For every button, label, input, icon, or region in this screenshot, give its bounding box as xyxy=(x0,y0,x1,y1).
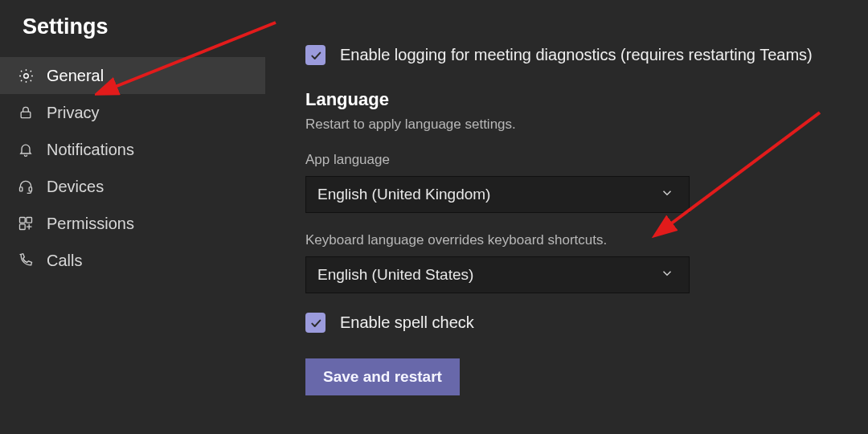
sidebar-item-label: Privacy xyxy=(47,104,100,122)
app-language-label: App language xyxy=(305,152,852,168)
svg-rect-6 xyxy=(20,224,26,230)
sidebar-item-label: Notifications xyxy=(47,141,134,159)
spellcheck-checkbox[interactable] xyxy=(305,313,326,333)
app-language-select[interactable]: English (United Kingdom) xyxy=(305,176,690,213)
sidebar-item-permissions[interactable]: Permissions xyxy=(0,205,265,242)
svg-rect-3 xyxy=(29,187,31,191)
app-language-value: English (United Kingdom) xyxy=(317,186,490,203)
language-hint: Restart to apply language settings. xyxy=(305,117,852,133)
sidebar-item-privacy[interactable]: Privacy xyxy=(0,94,265,131)
settings-nav: General Privacy Notifi xyxy=(0,57,265,279)
sidebar-item-label: General xyxy=(47,67,104,85)
sidebar-item-label: Calls xyxy=(47,252,82,270)
gear-icon xyxy=(16,66,35,85)
sidebar-item-label: Permissions xyxy=(47,215,134,233)
svg-rect-1 xyxy=(21,112,31,118)
sidebar-item-label: Devices xyxy=(47,178,104,196)
language-section-title: Language xyxy=(305,89,852,110)
spellcheck-label: Enable spell check xyxy=(340,313,474,332)
keyboard-language-value: English (United States) xyxy=(317,266,473,284)
headset-icon xyxy=(16,177,35,196)
save-restart-button[interactable]: Save and restart xyxy=(305,358,460,395)
sidebar-item-devices[interactable]: Devices xyxy=(0,168,265,205)
lock-icon xyxy=(16,103,35,122)
settings-content: Enable logging for meeting diagnostics (… xyxy=(265,0,868,434)
phone-icon xyxy=(16,251,35,270)
sidebar-item-notifications[interactable]: Notifications xyxy=(0,131,265,168)
svg-rect-4 xyxy=(20,218,26,223)
apps-icon xyxy=(16,214,35,233)
page-title: Settings xyxy=(0,11,265,57)
svg-rect-2 xyxy=(20,187,23,191)
svg-rect-5 xyxy=(27,218,32,223)
keyboard-language-hint: Keyboard language overrides keyboard sho… xyxy=(305,232,852,248)
chevron-down-icon xyxy=(660,266,674,285)
spellcheck-row: Enable spell check xyxy=(305,313,852,333)
enable-logging-label: Enable logging for meeting diagnostics (… xyxy=(340,46,813,64)
sidebar-item-calls[interactable]: Calls xyxy=(0,242,265,279)
sidebar-item-general[interactable]: General xyxy=(0,57,265,94)
chevron-down-icon xyxy=(660,186,674,204)
settings-sidebar: Settings General Privacy xyxy=(0,0,265,434)
svg-point-0 xyxy=(23,73,28,78)
enable-logging-row: Enable logging for meeting diagnostics (… xyxy=(305,45,852,65)
keyboard-language-select[interactable]: English (United States) xyxy=(305,256,690,293)
bell-icon xyxy=(16,140,35,159)
enable-logging-checkbox[interactable] xyxy=(305,45,326,65)
